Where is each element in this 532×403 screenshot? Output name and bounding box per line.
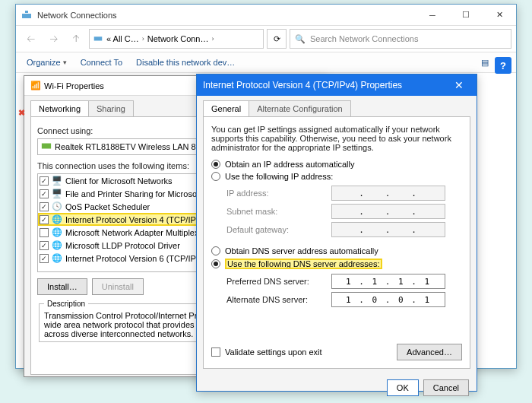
svg-rect-2	[94, 36, 103, 40]
tabstrip: General Alternate Configuration	[197, 96, 477, 116]
gateway-label: Default gateway:	[226, 225, 325, 234]
window-title: Network Connections	[37, 11, 416, 20]
ip-address-label: IP address:	[226, 189, 325, 198]
dns-fields: Preferred DNS server:1 . 1 . 1 . 1 Alter…	[226, 272, 462, 309]
search-placeholder: Search Network Connections	[310, 34, 418, 43]
bc-level1[interactable]: « All C…	[106, 34, 139, 43]
radio-icon	[211, 259, 220, 268]
svg-rect-3	[42, 144, 51, 149]
organize-menu[interactable]: Organize▾	[21, 56, 73, 68]
description-legend: Description	[44, 300, 88, 308]
toolbar: Organize▾ Connect To Disable this networ…	[16, 52, 516, 73]
ip-address-input: . . .	[331, 186, 445, 201]
forward-button[interactable]: 🡢	[43, 29, 63, 49]
nav-bar: 🡠 🡢 🡡 « All C… › Network Conn… › ⟳ 🔍 Sea…	[16, 26, 516, 52]
back-button[interactable]: 🡠	[21, 29, 40, 49]
ipv4-properties-dialog: Internet Protocol Version 4 (TCP/IPv4) P…	[196, 74, 477, 392]
up-button[interactable]: 🡡	[66, 29, 86, 49]
dialog-title: Internet Protocol Version 4 (TCP/IPv4) P…	[203, 80, 448, 90]
tab-sharing[interactable]: Sharing	[88, 100, 134, 116]
tab-alternate[interactable]: Alternate Configuration	[249, 100, 351, 116]
radio-icon	[211, 172, 220, 181]
close-button[interactable]: ✕	[448, 79, 470, 91]
view-icons-button[interactable]: ▤	[477, 54, 493, 71]
breadcrumb[interactable]: « All C… › Network Conn… ›	[89, 29, 264, 49]
advanced-button[interactable]: Advanced…	[397, 344, 462, 360]
search-input[interactable]: 🔍 Search Network Connections	[290, 29, 511, 49]
preferred-dns-label: Preferred DNS server:	[226, 277, 325, 286]
preferred-dns-input[interactable]: 1 . 1 . 1 . 1	[331, 274, 445, 289]
radio-ip-auto[interactable]: Obtain an IP address automatically	[211, 160, 462, 169]
client-icon: 🖥️	[52, 176, 62, 186]
search-icon: 🔍	[295, 34, 306, 44]
gateway-input: . . .	[331, 222, 445, 237]
checkbox[interactable]: ✓	[40, 215, 49, 224]
qos-icon: 🕓	[52, 202, 62, 212]
protocol-icon: 🌐	[52, 227, 62, 238]
checkbox-icon	[211, 347, 220, 357]
minimize-button[interactable]: ─	[416, 5, 449, 26]
error-badge-icon: ✖	[18, 108, 29, 120]
network-icon	[21, 9, 33, 21]
chevron-right-icon: ›	[142, 35, 144, 43]
protocol-icon: 🌐	[52, 240, 62, 251]
checkbox[interactable]: ✓	[40, 176, 49, 186]
cancel-button[interactable]: Cancel	[423, 379, 469, 396]
protocol-icon: 🌐	[52, 253, 62, 264]
checkbox[interactable]: ✓	[40, 202, 49, 211]
chevron-down-icon: ▾	[63, 59, 67, 66]
chevron-right-icon: ›	[212, 35, 214, 43]
tab-body: You can get IP settings assigned automat…	[203, 116, 470, 369]
disable-device-menu[interactable]: Disable this network dev…	[130, 56, 241, 68]
radio-ip-manual[interactable]: Use the following IP address:	[211, 172, 462, 181]
ok-button[interactable]: OK	[387, 379, 419, 396]
close-button[interactable]: ✕	[483, 5, 516, 26]
ip-fields: IP address:. . . Subnet mask:. . . Defau…	[226, 184, 462, 239]
radio-icon	[211, 246, 220, 255]
adapter-name: Realtek RTL8188ETV Wireless LAN 802.	[55, 142, 207, 151]
uninstall-button: Uninstall	[92, 278, 144, 295]
subnet-label: Subnet mask:	[226, 207, 325, 216]
validate-checkbox[interactable]: Validate settings upon exit	[211, 347, 322, 357]
tab-networking[interactable]: Networking	[30, 100, 89, 116]
alternate-dns-label: Alternate DNS server:	[226, 295, 325, 304]
svg-rect-0	[22, 14, 31, 18]
alternate-dns-input[interactable]: 1 . 0 . 0 . 1	[331, 292, 445, 307]
radio-dns-manual[interactable]: Use the following DNS server addresses:	[211, 259, 462, 269]
titlebar: Network Connections ─ ☐ ✕	[16, 5, 516, 26]
checkbox[interactable]: ✓	[40, 241, 49, 250]
checkbox[interactable]: ✓	[40, 254, 49, 263]
checkbox[interactable]: ✓	[40, 189, 49, 198]
radio-dns-auto[interactable]: Obtain DNS server address automatically	[211, 246, 462, 255]
svg-rect-1	[25, 11, 28, 13]
subnet-input: . . .	[331, 204, 445, 219]
description-text: You can get IP settings assigned automat…	[211, 125, 462, 152]
bc-level2[interactable]: Network Conn…	[147, 34, 209, 43]
install-button[interactable]: Install…	[37, 278, 87, 295]
connect-to-menu[interactable]: Connect To	[74, 56, 128, 68]
dialog-titlebar: Internet Protocol Version 4 (TCP/IPv4) P…	[197, 75, 477, 96]
tab-general[interactable]: General	[203, 100, 249, 116]
dialog-footer: OK Cancel	[197, 375, 477, 401]
protocol-icon: 🌐	[52, 214, 62, 225]
share-icon: 🖥️	[52, 189, 62, 199]
maximize-button[interactable]: ☐	[449, 5, 483, 26]
radio-icon	[211, 160, 220, 169]
adapter-icon	[41, 141, 52, 153]
network-icon	[93, 33, 103, 45]
refresh-button[interactable]: ⟳	[267, 29, 287, 49]
help-button[interactable]: ?	[495, 57, 511, 74]
wifi-icon: 📶	[30, 81, 41, 90]
checkbox[interactable]	[40, 228, 49, 237]
